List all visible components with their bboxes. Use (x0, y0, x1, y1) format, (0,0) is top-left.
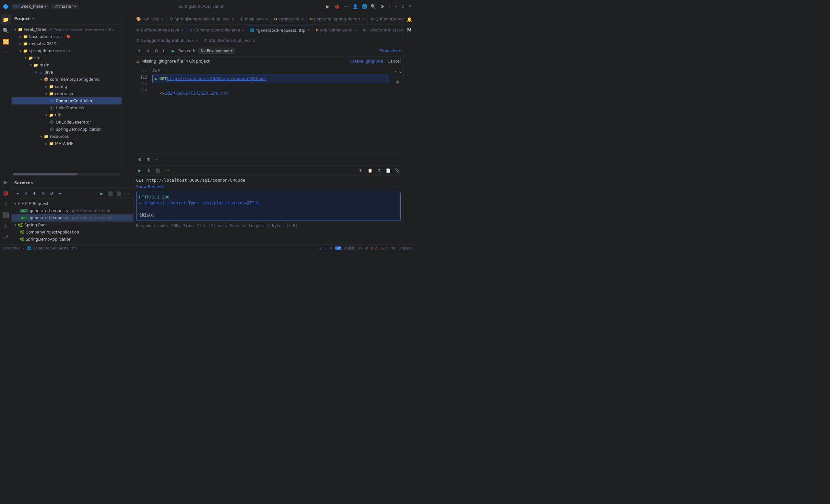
svc-download-btn[interactable]: ⬇ (145, 167, 152, 174)
tree-src[interactable]: ▾ 📁 src (12, 55, 122, 62)
http-split-btn[interactable]: ⊟ (161, 48, 168, 54)
warning-cancel-btn[interactable]: Cancel (387, 59, 401, 64)
sidebar-icon-more[interactable]: ⋯ (1, 48, 11, 58)
tab2-app-yaml[interactable]: ⚙ application.yaml ✕ (313, 26, 360, 35)
project-pill[interactable]: WT week_three ▾ (11, 4, 49, 9)
tree-root[interactable]: ▾ 📁 week_three – D:\Project\shixun\week_… (12, 26, 122, 33)
status-scratches[interactable]: Scratches (3, 246, 20, 250)
tab-main-java[interactable]: © Main.java ✕ (237, 14, 272, 24)
status-errors[interactable]: ⚠ 23 △/1↑ 0↓ (371, 246, 396, 250)
svc-response-icon-1[interactable]: 👁 (357, 167, 364, 174)
examples-link[interactable]: *Examples ▾ (379, 49, 401, 53)
sidebar-icon-project[interactable]: 📁 (1, 14, 11, 25)
tab-layui-css[interactable]: 🎨 layui.css ✕ (134, 14, 167, 24)
svc-response-icon-3[interactable]: ⊞ (376, 167, 383, 174)
sidebar-icon-problems[interactable]: ⚠ (1, 221, 11, 231)
svc-more-run-btn[interactable]: ⋯ (163, 167, 170, 174)
svc-company-app[interactable]: 🌿 CompanyProjectApplication (12, 229, 133, 236)
tree-mybatis[interactable]: ▸ 📁 mybatis_0819 (12, 40, 122, 48)
search-icon[interactable]: 🔍 (370, 3, 376, 10)
sidebar-icon-run[interactable]: ▶ (1, 177, 11, 187)
http-options-btn[interactable]: ⚙ (153, 48, 160, 54)
svc-refresh-btn[interactable]: ↺ (48, 190, 55, 197)
tab2-buffered[interactable]: © BufferedImage.java ✕ (134, 26, 187, 35)
tree-package[interactable]: ▾ 📦 com.memory.springdemo (12, 76, 122, 83)
status-position[interactable]: 110:1 (317, 246, 327, 250)
tree-meta-inf[interactable]: ▸ 📁 META-INF (12, 140, 122, 147)
tree-base-admin[interactable]: ▸ 📁 base-admin master / 🔴 (12, 33, 122, 40)
sidebar-icon-debug[interactable]: 🐞 (1, 188, 11, 198)
tree-java[interactable]: ▾ ☕ java (12, 69, 122, 76)
tree-resources[interactable]: ▾ 📁 resources (12, 133, 122, 140)
http-add-btn[interactable]: + (136, 48, 143, 54)
translate-icon[interactable]: 🌐 (361, 3, 368, 10)
svc-eye-btn[interactable]: 👁 (31, 190, 38, 197)
more-icon[interactable]: ⋯ (343, 3, 349, 10)
tree-controller[interactable]: ▾ 📁 controller (12, 90, 122, 97)
status-pencil-icon[interactable]: ✏ (330, 246, 333, 250)
tab2-common-ctrl[interactable]: © CommonController.java ✕ (187, 26, 247, 35)
close-button[interactable]: ✕ (408, 4, 412, 9)
svc-filter-btn[interactable]: ⊘ (39, 190, 47, 197)
svc-request-16[interactable]: GET generated-requests | #16 Status: 200… (12, 214, 133, 222)
tree-config[interactable]: ▸ 📁 config (12, 83, 122, 90)
tab-spring-xml[interactable]: ⚙ spring.xml ✕ (272, 14, 307, 24)
svc-request-15[interactable]: GET generated-requests | #15 Status: 404… (12, 207, 133, 214)
status-git-badge[interactable]: ⎇ (335, 247, 342, 250)
svc-bottom-minus-btn[interactable]: − (153, 156, 160, 163)
sidebar-icon-terminal[interactable]: ⬛ (1, 210, 11, 220)
svc-bottom-layout-btn[interactable]: ⊞ (145, 156, 152, 163)
run-icon[interactable]: ▶ (324, 3, 331, 10)
gutter-arrow-up[interactable]: ▲ (393, 76, 402, 86)
tab2-generated-requests[interactable]: 🌐 *generated-requests.http ✕ (247, 26, 313, 35)
sidebar-icon-services[interactable]: ⚡ (1, 199, 11, 209)
tree-spring-demo[interactable]: ▾ 📁 spring-demo master / 4 △ (12, 48, 122, 55)
http-run-btn[interactable]: ▶ (170, 48, 177, 54)
svc-http-group[interactable]: ▾ ⚡ HTTP Request (12, 200, 133, 207)
tab-spring-demo-app[interactable]: © SpringDemoApplication.java ✕ (167, 14, 237, 24)
rs-icon-notifications[interactable]: 🔔 (404, 14, 415, 25)
run-arrow-icon[interactable]: ▶ (155, 75, 157, 82)
tab3-swagger[interactable]: © SwaggerConfiguration.java ✕ (134, 36, 201, 45)
maximize-button[interactable]: □ (401, 4, 405, 9)
tree-qr-generator[interactable]: © QRCodeGenerator (12, 119, 122, 126)
svc-more-btn[interactable]: ⋯ (124, 190, 131, 197)
svc-run-btn[interactable]: ▶ (136, 167, 143, 174)
sidebar-icon-git[interactable]: ⎇ (1, 232, 11, 242)
tree-common-controller[interactable]: © CommonController (12, 97, 122, 104)
tree-spring-demo-app[interactable]: © SpringDemoApplication (12, 126, 122, 133)
svc-springboot-group[interactable]: ▾ 🌿 Spring Boot (12, 222, 133, 229)
svc-close-btn[interactable]: ✕ (23, 190, 30, 197)
svc-expand-btn[interactable]: ▾ (14, 190, 22, 197)
http-refresh-btn[interactable]: ↺ (145, 48, 151, 54)
svc-stop-btn[interactable]: ⬛ (107, 190, 114, 197)
status-breadcrumb[interactable]: 🌐 generated-requests.http (27, 246, 77, 250)
svc-response-icon-2[interactable]: 📋 (366, 167, 374, 174)
svc-play-btn[interactable]: ▶ (98, 190, 105, 197)
debug-icon[interactable]: 🐞 (333, 3, 340, 10)
svc-response-icon-5[interactable]: 📎 (393, 167, 401, 174)
tab-qrcode-gen[interactable]: © QRCodeGenerator.java ✕ (368, 14, 403, 24)
status-space[interactable]: 0 space (398, 246, 412, 250)
status-encoding[interactable]: UTF-8 (358, 246, 368, 250)
tree-hello-controller[interactable]: © HelloController (12, 104, 122, 112)
tab3-stp[interactable]: © StpInterfaceImpl.java ✕ (201, 36, 258, 45)
minimize-button[interactable]: ─ (393, 4, 398, 9)
settings-icon[interactable]: ⚙ (379, 3, 385, 10)
tab-pom-xml[interactable]: ⚙ pom.xml (spring-demo) ✕ (307, 14, 368, 24)
svc-spring-demo-app[interactable]: 🌿 SpringDemoApplication (12, 236, 133, 243)
gutter-warning[interactable]: ⚠ 5 (393, 67, 402, 76)
svc-bottom-settings-btn[interactable]: ⚙ (136, 156, 143, 163)
tree-util[interactable]: ▾ 📁 util (12, 112, 122, 119)
svc-response-icon-4[interactable]: 📄 (385, 167, 392, 174)
status-crlf[interactable]: CRLF (344, 246, 355, 250)
code-editor[interactable]: ### ▶ GET http://localhost:8080/api/comm… (150, 66, 392, 153)
env-dropdown[interactable]: No Environment ▾ (198, 48, 235, 54)
tree-main[interactable]: ▾ 📁 main (12, 62, 122, 69)
rs-icon-m[interactable]: M (404, 25, 415, 35)
svc-add-btn[interactable]: + (56, 190, 64, 197)
tree-scrollbar[interactable] (13, 173, 120, 176)
svc-pause-btn[interactable]: ⬛ (115, 190, 122, 197)
branch-pill[interactable]: ⎇ master ▾ (51, 4, 78, 9)
show-request-button[interactable]: Show Request (136, 185, 164, 189)
